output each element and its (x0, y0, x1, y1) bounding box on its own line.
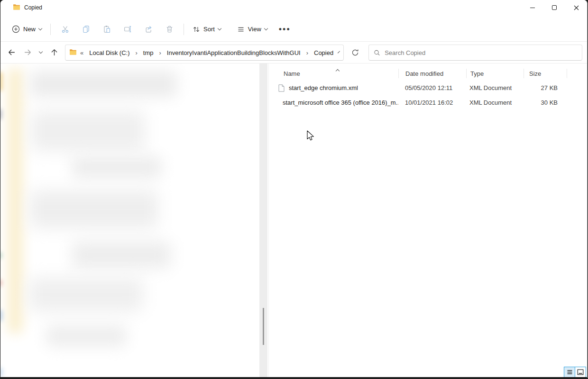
rename-icon (124, 25, 132, 33)
file-size: 27 KB (523, 84, 565, 91)
large-icons-view-icon (577, 369, 584, 375)
search-box[interactable] (368, 45, 582, 61)
search-input[interactable] (385, 49, 577, 56)
sidebar-scrollbar-thumb[interactable] (263, 308, 264, 345)
file-type: XML Document (466, 84, 523, 91)
chevron-down-icon (38, 27, 42, 30)
plus-circle-icon (12, 25, 20, 33)
refresh-icon (351, 49, 359, 56)
document-icon (278, 84, 285, 92)
breadcrumb-overflow[interactable]: « (80, 49, 84, 56)
file-type: XML Document (466, 99, 523, 106)
folder-icon (13, 3, 20, 12)
folder-icon (69, 48, 77, 57)
refresh-button[interactable] (348, 45, 363, 61)
list-view-header: Name Date modified Type Size (269, 66, 588, 81)
file-name: start_microsoft office 365 (office 2016)… (283, 99, 398, 106)
chevron-down-icon (264, 27, 268, 30)
delete-button[interactable] (159, 21, 180, 38)
file-list-pane: Name Date modified Type Size start_edge … (269, 63, 588, 378)
recent-locations-button[interactable] (36, 45, 46, 61)
maximize-button[interactable] (543, 0, 565, 15)
chevron-down-icon (218, 27, 221, 30)
rename-button[interactable] (117, 21, 138, 38)
new-button-label: New (23, 26, 36, 33)
column-header-date-modified[interactable]: Date modified (399, 70, 466, 77)
file-size: 30 KB (523, 99, 565, 106)
column-header-name[interactable]: Name (269, 70, 398, 77)
forward-icon (24, 48, 32, 56)
toolbar-separator (50, 24, 51, 35)
navigation-bar: « Local Disk (C:) › tmp › InventoryIvant… (0, 42, 587, 63)
details-view-icon (567, 369, 573, 375)
forward-button[interactable] (19, 45, 36, 61)
column-header-type[interactable]: Type (467, 70, 524, 77)
paste-button[interactable] (96, 21, 117, 38)
address-bar[interactable]: « Local Disk (C:) › tmp › InventoryIvant… (65, 45, 344, 61)
sort-button-label: Sort (203, 26, 215, 33)
new-button[interactable]: New (7, 21, 46, 38)
window-bottom-border (0, 377, 587, 378)
file-date-modified: 05/05/2020 12:11 (398, 84, 466, 91)
trash-icon (165, 25, 174, 33)
sort-ascending-icon (336, 69, 340, 72)
breadcrumb-separator: › (135, 49, 138, 56)
chevron-down-icon (39, 50, 43, 54)
sidebar-scrollbar[interactable] (259, 63, 267, 378)
cut-button[interactable] (55, 21, 75, 38)
file-row[interactable]: start_edge chromium.xml 05/05/2020 12:11… (269, 81, 588, 95)
share-button[interactable] (138, 21, 159, 38)
back-icon (8, 48, 16, 56)
toolbar-separator (184, 24, 184, 35)
maximize-icon (552, 5, 557, 10)
close-icon (574, 5, 579, 10)
large-icons-view-button[interactable] (575, 367, 586, 378)
explorer-window: Copied New (0, 0, 588, 378)
address-dropdown-chevron-icon[interactable] (338, 51, 340, 53)
sort-button[interactable]: Sort (188, 21, 226, 38)
breadcrumb-item-tmp[interactable]: tmp (141, 47, 156, 58)
minimize-button[interactable] (522, 0, 543, 15)
command-toolbar: New Sort View (0, 17, 587, 41)
breadcrumb-separator: › (159, 49, 162, 56)
breadcrumb-item-copied[interactable]: Copied (312, 47, 336, 58)
copy-button[interactable] (75, 21, 96, 38)
see-more-button[interactable]: ••• (272, 27, 297, 32)
up-icon (50, 48, 58, 56)
view-button[interactable]: View (232, 21, 272, 38)
file-name: start_edge chromium.xml (289, 84, 358, 91)
minimize-icon (530, 8, 535, 8)
column-header-size[interactable]: Size (524, 70, 567, 77)
paste-icon (103, 25, 111, 33)
view-icon (237, 26, 245, 33)
column-resize-handle[interactable] (567, 69, 567, 78)
navigation-pane-blurred (0, 63, 259, 378)
up-button[interactable] (46, 45, 62, 61)
close-button[interactable] (565, 0, 587, 15)
back-button[interactable] (3, 45, 19, 61)
view-toggle-group (564, 367, 586, 378)
view-button-label: View (248, 26, 261, 33)
cut-icon (61, 25, 69, 33)
copy-icon (82, 25, 90, 33)
search-icon (374, 49, 380, 56)
details-view-button[interactable] (564, 367, 575, 378)
title-bar: Copied (0, 0, 587, 15)
breadcrumb-separator: › (306, 49, 309, 56)
window-title: Copied (24, 4, 42, 11)
breadcrumb-item-inventory[interactable]: InventoryIvantiApplicationBuildingBlocks… (165, 47, 303, 58)
sort-icon (193, 26, 200, 33)
share-icon (145, 25, 153, 33)
file-row[interactable]: start_microsoft office 365 (office 2016)… (269, 95, 588, 110)
breadcrumb-item-drive[interactable]: Local Disk (C:) (87, 47, 132, 58)
file-date-modified: 10/01/2021 16:02 (398, 99, 466, 106)
